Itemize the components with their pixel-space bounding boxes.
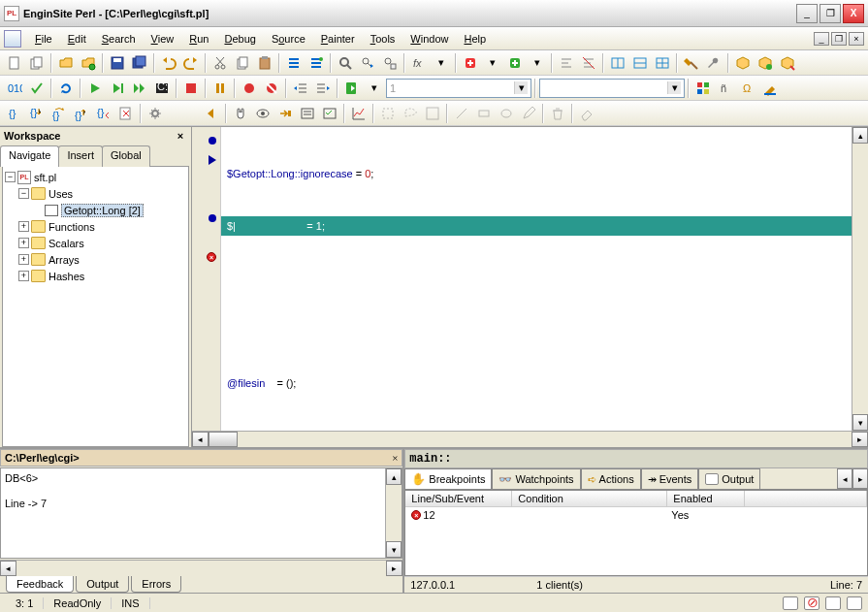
- output-vscroll[interactable]: ▴▾: [385, 468, 402, 558]
- run-icon[interactable]: [84, 78, 106, 99]
- open-recent-icon[interactable]: [78, 52, 99, 74]
- stop-icon[interactable]: [180, 78, 202, 99]
- save-all-icon[interactable]: [129, 52, 150, 74]
- maximize-button[interactable]: ❐: [820, 4, 841, 23]
- tab-insert[interactable]: Insert: [58, 145, 103, 167]
- sel-free-icon[interactable]: [400, 103, 421, 124]
- tab-feedback[interactable]: Feedback: [6, 576, 74, 593]
- status-icon-2[interactable]: ⊘: [804, 596, 820, 610]
- split-v-icon[interactable]: [629, 52, 651, 74]
- uncomment-icon[interactable]: [578, 52, 599, 74]
- action-icon[interactable]: [274, 103, 296, 124]
- new-file-icon[interactable]: [4, 52, 25, 74]
- close-button[interactable]: X: [843, 4, 864, 23]
- breakpoint-row[interactable]: ×12 Yes: [405, 507, 867, 523]
- cut-icon[interactable]: [209, 52, 231, 74]
- output-body[interactable]: DB<6> Line -> 7 ▴▾: [0, 467, 402, 559]
- split-h-icon[interactable]: [607, 52, 628, 74]
- add-green-icon[interactable]: [504, 52, 526, 74]
- tab-nav-right[interactable]: ▸: [852, 468, 868, 489]
- output-hscroll[interactable]: ◂▸: [0, 560, 402, 576]
- tab-watchpoints[interactable]: 👓Watchpoints: [492, 468, 580, 489]
- symbol-icon[interactable]: Ω: [737, 78, 758, 99]
- menu-window[interactable]: Window: [402, 30, 456, 48]
- menu-search[interactable]: Search: [94, 30, 144, 48]
- refresh-icon[interactable]: [55, 78, 77, 99]
- output-close-icon[interactable]: ×: [392, 452, 398, 464]
- tab-events[interactable]: ↠Events: [641, 468, 699, 489]
- menu-run[interactable]: Run: [181, 30, 216, 48]
- sel-rect-icon[interactable]: [377, 103, 399, 124]
- binary-icon[interactable]: 0101: [4, 78, 25, 99]
- col-line[interactable]: Line/Sub/Event: [405, 491, 512, 506]
- fx-icon[interactable]: fx: [408, 52, 430, 74]
- tree-arrays[interactable]: +Arrays: [5, 251, 186, 268]
- search-combo-1[interactable]: 1▾: [386, 79, 531, 98]
- hand-icon[interactable]: [230, 103, 251, 124]
- palette-icon[interactable]: [692, 78, 714, 99]
- tab-nav-left[interactable]: ◂: [837, 468, 852, 489]
- menu-edit[interactable]: Edit: [60, 30, 94, 48]
- tree-root[interactable]: −PLsft.pl: [5, 169, 186, 185]
- minimize-button[interactable]: _: [796, 4, 818, 23]
- output-icon[interactable]: [319, 103, 340, 124]
- col-condition[interactable]: Condition: [512, 491, 667, 506]
- goto-icon[interactable]: [341, 78, 363, 99]
- col-enabled[interactable]: Enabled: [667, 491, 745, 506]
- search-combo-2[interactable]: ▾: [539, 79, 685, 98]
- rect-icon[interactable]: [473, 103, 495, 124]
- indent-icon[interactable]: [312, 78, 334, 99]
- box2-icon[interactable]: [755, 52, 776, 74]
- status-icon-4[interactable]: [847, 596, 862, 610]
- red-dd-icon[interactable]: ▾: [482, 52, 503, 74]
- tab-errors[interactable]: Errors: [131, 576, 181, 593]
- trash-icon[interactable]: [547, 103, 568, 124]
- find-icon[interactable]: [335, 52, 356, 74]
- box3-icon[interactable]: [777, 52, 798, 74]
- box1-icon[interactable]: [732, 52, 754, 74]
- run-to-icon[interactable]: [107, 78, 128, 99]
- event-icon[interactable]: [297, 103, 318, 124]
- menu-help[interactable]: Help: [456, 30, 494, 48]
- list-icon[interactable]: [283, 52, 305, 74]
- hammer-icon[interactable]: [681, 52, 702, 74]
- fx-dd-icon[interactable]: ▾: [431, 52, 452, 74]
- breakpoint-marker[interactable]: [209, 137, 216, 145]
- step-in-icon[interactable]: {}: [26, 103, 48, 124]
- tab-debug-output[interactable]: Output: [698, 468, 760, 489]
- save-icon[interactable]: [107, 52, 128, 74]
- green-dd-icon[interactable]: ▾: [527, 52, 548, 74]
- error-breakpoint-icon[interactable]: ×: [207, 252, 216, 262]
- char-icon[interactable]: ñ: [715, 78, 736, 99]
- tree-uses[interactable]: −Uses: [5, 185, 186, 202]
- check-icon[interactable]: [26, 78, 48, 99]
- pencil-icon[interactable]: [518, 103, 539, 124]
- menu-file[interactable]: File: [27, 30, 60, 48]
- editor-gutter[interactable]: ×: [192, 127, 221, 431]
- list2-icon[interactable]: [305, 52, 327, 74]
- new-multi-icon[interactable]: [26, 52, 48, 74]
- comment-icon[interactable]: [556, 52, 577, 74]
- status-icon-1[interactable]: [783, 596, 798, 610]
- redo-icon[interactable]: [180, 52, 202, 74]
- mdi-restore[interactable]: ❐: [831, 32, 847, 46]
- breakpoint-toggle-icon[interactable]: [239, 78, 260, 99]
- menu-painter[interactable]: Painter: [313, 30, 363, 48]
- ellipse-icon[interactable]: [496, 103, 517, 124]
- tab-global[interactable]: Global: [102, 145, 150, 167]
- console-icon[interactable]: C:\: [151, 78, 173, 99]
- mdi-close[interactable]: ×: [849, 32, 864, 46]
- step-x-icon[interactable]: [115, 103, 137, 124]
- eraser-icon[interactable]: [576, 103, 597, 124]
- wrench-icon[interactable]: [703, 52, 724, 74]
- editor-hscroll[interactable]: ◂▸: [192, 431, 868, 447]
- tree-view[interactable]: −PLsft.pl −Uses Getopt::Long [2] +Functi…: [2, 166, 189, 447]
- gear-icon[interactable]: [145, 103, 166, 124]
- sel-all-icon[interactable]: [422, 103, 443, 124]
- workspace-close-icon[interactable]: ×: [174, 129, 187, 143]
- outdent-icon[interactable]: [290, 78, 311, 99]
- tree-uses-item[interactable]: Getopt::Long [2]: [5, 202, 186, 218]
- paste-icon[interactable]: [254, 52, 275, 74]
- replace-icon[interactable]: [379, 52, 401, 74]
- editor-vscroll[interactable]: ▴▾: [852, 127, 868, 431]
